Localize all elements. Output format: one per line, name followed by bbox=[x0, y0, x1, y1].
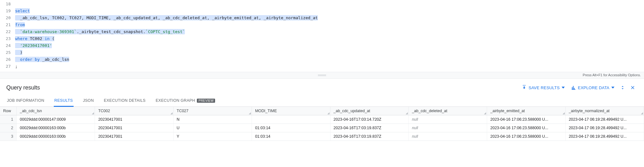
results-table-wrap[interactable]: Row_ab_cdc_lsn◢TC002◢TC027◢MODI_TIME◢_ab… bbox=[0, 107, 644, 141]
expand-collapse-button[interactable] bbox=[618, 83, 628, 93]
column-header[interactable]: _airbyte_emitted_at◢ bbox=[487, 107, 565, 115]
close-button[interactable] bbox=[628, 83, 638, 93]
results-header: Query results SAVE RESULTS EXPLORE DATA bbox=[0, 79, 644, 95]
code-content[interactable]: order by _ab_cdc_lsn bbox=[15, 56, 69, 63]
code-line[interactable]: 27; bbox=[0, 63, 644, 70]
resize-handle-icon[interactable]: ◢ bbox=[484, 112, 486, 115]
code-token: ) bbox=[15, 50, 22, 55]
column-header[interactable]: MODI_TIME◢ bbox=[252, 107, 330, 115]
code-token bbox=[15, 57, 20, 62]
table-cell[interactable]: 00029ddd:00000163:000b bbox=[17, 124, 95, 132]
table-cell[interactable]: 2023-04-16T17:03:14.720Z bbox=[330, 115, 408, 124]
table-cell[interactable]: null bbox=[408, 115, 487, 124]
code-token: `data-warehouse-369301` bbox=[20, 29, 77, 34]
table-row[interactable]: 200029ddd:00000163:000b20230417001U01:03… bbox=[0, 124, 644, 132]
column-header[interactable]: _ab_cdc_updated_at◢ bbox=[330, 107, 408, 115]
code-line[interactable]: 26 order by _ab_cdc_lsn bbox=[0, 56, 644, 63]
resize-handle-icon[interactable]: ◢ bbox=[641, 112, 643, 115]
save-results-button[interactable]: SAVE RESULTS bbox=[519, 85, 568, 90]
table-cell[interactable]: 2023-04-16 17:06:23.588000 U... bbox=[487, 115, 565, 124]
line-number: 27 bbox=[0, 63, 15, 70]
resize-handle-icon[interactable]: ◢ bbox=[170, 112, 173, 115]
code-token bbox=[15, 43, 20, 48]
table-cell[interactable]: 1 bbox=[0, 115, 17, 124]
table-cell[interactable]: N bbox=[173, 115, 252, 124]
code-line[interactable]: 24 '20230417001' bbox=[0, 42, 644, 49]
column-header[interactable]: _ab_cdc_lsn◢ bbox=[17, 107, 95, 115]
line-number: 26 bbox=[0, 56, 15, 63]
results-table: Row_ab_cdc_lsn◢TC002◢TC027◢MODI_TIME◢_ab… bbox=[0, 107, 644, 141]
code-token: '20230417001' bbox=[20, 43, 52, 48]
tab-json[interactable]: JSON bbox=[82, 95, 95, 107]
table-cell[interactable]: 00029ddd:00000147:0009 bbox=[17, 115, 95, 124]
sql-editor[interactable]: 1819select20 _ab_cdc_lsn, TC002, TC027, … bbox=[0, 0, 644, 72]
close-icon bbox=[630, 85, 636, 90]
code-content[interactable]: ; bbox=[15, 63, 18, 70]
resize-handle-icon[interactable]: ◢ bbox=[327, 112, 330, 115]
table-cell[interactable]: 2023-04-17 06:19:28.499492 U... bbox=[565, 132, 644, 141]
tab-execution-details[interactable]: EXECUTION DETAILS bbox=[103, 95, 146, 107]
code-content[interactable]: from bbox=[15, 21, 25, 28]
code-content[interactable]: where TC002 in ( bbox=[15, 35, 54, 42]
table-cell[interactable]: null bbox=[408, 124, 487, 132]
code-token: from bbox=[15, 22, 25, 27]
line-number: 25 bbox=[0, 49, 15, 56]
code-content[interactable]: select bbox=[15, 8, 30, 14]
table-row[interactable]: 100029ddd:00000147:000920230417001N2023-… bbox=[0, 115, 644, 124]
code-line[interactable]: 25 ) bbox=[0, 49, 644, 56]
table-cell[interactable]: 20230417001 bbox=[95, 124, 173, 132]
code-token: where bbox=[15, 36, 27, 41]
code-line[interactable]: 23where TC002 in ( bbox=[0, 35, 644, 42]
column-header[interactable]: TC027◢ bbox=[173, 107, 252, 115]
code-content[interactable]: `data-warehouse-369301`._airbyte_test_cd… bbox=[15, 28, 185, 35]
resize-handle-icon[interactable]: ◢ bbox=[406, 112, 408, 115]
code-token: ( bbox=[50, 36, 55, 41]
code-line[interactable]: 20 _ab_cdc_lsn, TC002, TC027, MODI_TIME,… bbox=[0, 14, 644, 21]
table-cell[interactable]: 00029ddd:00000163:000b bbox=[17, 132, 95, 141]
table-cell[interactable]: 2023-04-16T17:03:19.837Z bbox=[330, 132, 408, 141]
explore-data-button[interactable]: EXPLORE DATA bbox=[568, 85, 618, 90]
table-cell[interactable]: 2023-04-16 17:06:23.588000 U... bbox=[487, 124, 565, 132]
code-line[interactable]: 22 `data-warehouse-369301`._airbyte_test… bbox=[0, 28, 644, 35]
code-token: TC002 bbox=[27, 36, 45, 41]
table-cell[interactable]: 2023-04-17 06:19:28.499492 U... bbox=[565, 115, 644, 124]
line-number: 19 bbox=[0, 8, 15, 14]
column-header[interactable]: Row bbox=[0, 107, 17, 115]
tab-results[interactable]: RESULTS bbox=[54, 95, 74, 107]
column-header[interactable]: TC002◢ bbox=[95, 107, 173, 115]
line-number: 20 bbox=[0, 14, 15, 21]
table-cell[interactable]: 20230417001 bbox=[95, 115, 173, 124]
code-content[interactable]: ) bbox=[15, 49, 22, 56]
table-cell[interactable]: 2023-04-16 17:06:23.588000 U... bbox=[487, 132, 565, 141]
table-cell[interactable]: 20230417001 bbox=[95, 132, 173, 141]
code-token: in bbox=[45, 36, 50, 41]
line-number: 22 bbox=[0, 28, 15, 35]
resize-handle-icon[interactable]: ◢ bbox=[92, 112, 94, 115]
code-token bbox=[15, 29, 20, 34]
null-value: null bbox=[412, 134, 418, 139]
tab-execution-graph[interactable]: EXECUTION GRAPH PREVIEW bbox=[155, 95, 216, 107]
column-header[interactable]: _airbyte_normalized_at◢ bbox=[565, 107, 644, 115]
code-content[interactable]: '20230417001' bbox=[15, 42, 52, 49]
table-row[interactable]: 300029ddd:00000163:000b20230417001Y01:03… bbox=[0, 132, 644, 141]
table-cell[interactable]: 01:03:14 bbox=[252, 132, 330, 141]
table-cell[interactable] bbox=[252, 115, 330, 124]
resize-handle-icon[interactable]: ◢ bbox=[249, 112, 251, 115]
table-cell[interactable]: Y bbox=[173, 132, 252, 141]
table-cell[interactable]: 2023-04-16T17:03:19.837Z bbox=[330, 124, 408, 132]
tab-job-information[interactable]: JOB INFORMATION bbox=[6, 95, 45, 107]
panel-divider[interactable]: Press Alt+F1 for Accessibility Options. bbox=[0, 72, 644, 79]
table-cell[interactable]: U bbox=[173, 124, 252, 132]
resize-handle-icon[interactable]: ◢ bbox=[563, 112, 565, 115]
code-line[interactable]: 21from bbox=[0, 21, 644, 28]
table-cell[interactable]: 2 bbox=[0, 124, 17, 132]
line-number: 24 bbox=[0, 42, 15, 49]
table-cell[interactable]: 01:03:14 bbox=[252, 124, 330, 132]
code-content[interactable]: _ab_cdc_lsn, TC002, TC027, MODI_TIME, _a… bbox=[15, 14, 318, 21]
table-cell[interactable]: 2023-04-17 06:19:28.499492 U... bbox=[565, 124, 644, 132]
code-line[interactable]: 19select bbox=[0, 8, 644, 14]
column-header[interactable]: _ab_cdc_deleted_at◢ bbox=[408, 107, 487, 115]
code-line[interactable]: 18 bbox=[0, 1, 644, 8]
table-cell[interactable]: null bbox=[408, 132, 487, 141]
table-cell[interactable]: 3 bbox=[0, 132, 17, 141]
